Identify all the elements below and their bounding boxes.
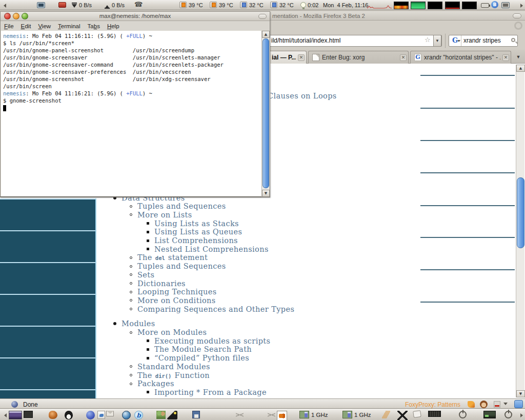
scroll-up-button[interactable]: ▲: [516, 65, 525, 72]
cpufreq-icon-1[interactable]: [299, 411, 309, 418]
toc-item[interactable]: “Compiled” Python files: [147, 354, 249, 363]
panel-hide-arrow-left[interactable]: [1, 1, 6, 9]
url-dropdown-button[interactable]: ▼: [433, 35, 441, 47]
scroll-down-button[interactable]: ▼: [262, 190, 270, 197]
display-applet-icon[interactable]: [37, 2, 45, 8]
toc-item[interactable]: Dictionaries: [130, 279, 186, 288]
tab-close-button[interactable]: ✕: [502, 54, 509, 61]
toc-item[interactable]: Tuples and Sequences: [130, 202, 226, 211]
thermal-icon-1[interactable]: [179, 2, 187, 8]
tab-close-button[interactable]: ✕: [298, 54, 305, 61]
panel-hide-arrow-left[interactable]: [1, 411, 6, 419]
google-engine-icon[interactable]: G: [449, 35, 461, 46]
floppy-mount-icon[interactable]: [192, 411, 200, 418]
keyboard-tray-icon[interactable]: [428, 411, 441, 417]
thermal-icon-2[interactable]: [210, 2, 217, 8]
power-button-icon-2[interactable]: [504, 411, 512, 418]
power-button-icon-1[interactable]: [459, 411, 467, 418]
toc-item[interactable]: Packages: [130, 379, 174, 388]
fox-icon[interactable]: [468, 401, 475, 408]
toc-item[interactable]: Modules: [113, 319, 155, 328]
bluetooth-icon[interactable]: B: [491, 1, 498, 8]
shade-button[interactable]: [513, 13, 521, 18]
toc-item[interactable]: The del statement: [130, 253, 208, 262]
monkey-icon[interactable]: [480, 401, 488, 408]
toc-item[interactable]: More on Modules: [130, 328, 207, 337]
shade-button[interactable]: [258, 14, 267, 19]
mail-launcher-icon[interactable]: [97, 411, 105, 419]
list-all-tabs-button[interactable]: ▼: [514, 52, 523, 62]
browser-globe-icon[interactable]: [122, 411, 131, 419]
chevron-down-icon[interactable]: [503, 403, 508, 407]
bag-icon[interactable]: [413, 410, 421, 418]
screenshot-thumbnail[interactable]: [9, 411, 22, 419]
users-applet-icon[interactable]: [156, 411, 166, 419]
scrollbar-thumb[interactable]: [262, 38, 269, 188]
toc-item[interactable]: Nested List Comprehensions: [147, 245, 269, 253]
image-thumbnail-icon[interactable]: [483, 411, 496, 418]
toc-item[interactable]: Standard Modules: [130, 362, 210, 371]
menu-file[interactable]: File: [1, 22, 17, 29]
panel-show-arrow-right[interactable]: [519, 411, 524, 419]
toc-item[interactable]: More on Lists: [130, 210, 192, 219]
toc-item[interactable]: More on Conditions: [130, 296, 216, 305]
bluefish-launcher-icon[interactable]: b: [134, 411, 143, 419]
terminal-titlebar[interactable]: max@nemesis: /home/max: [1, 12, 270, 21]
toc-item-partial[interactable]: Clauses on Loops: [268, 92, 337, 100]
adblock-icon[interactable]: [494, 401, 500, 408]
foxyproxy-status-label[interactable]: FoxyProxy: Patterns: [405, 401, 460, 408]
tools-icon[interactable]: [397, 411, 408, 420]
inkscape-launcher-icon[interactable]: [167, 411, 177, 419]
tab-1[interactable]: ial — P...✕: [266, 51, 307, 64]
menu-view[interactable]: View: [34, 22, 54, 29]
terminal-output[interactable]: nemesis: Mo Feb 04 11:16:11: (5.9G) ( +F…: [1, 31, 262, 196]
menu-terminal[interactable]: Terminal: [54, 22, 84, 29]
network-tower-icon[interactable]: [236, 411, 244, 419]
envelope-icon[interactable]: [106, 411, 114, 416]
resize-grip[interactable]: [514, 400, 523, 408]
menu-edit[interactable]: Edit: [17, 22, 35, 29]
butterfly-selector-icon[interactable]: [277, 411, 287, 420]
iceweasel-launcher-icon[interactable]: [86, 411, 95, 419]
search-input[interactable]: xrandr stripes: [463, 35, 501, 46]
disk-graph[interactable]: [462, 2, 477, 9]
gimp-launcher-icon[interactable]: [49, 411, 57, 419]
media-player-launcher-icon[interactable]: [65, 411, 73, 419]
toc-item[interactable]: Comparing Sequences and Other Types: [130, 305, 294, 313]
terminal-scrollbar[interactable]: ▲ ▼: [261, 31, 269, 197]
scroll-up-button[interactable]: ▲: [262, 31, 270, 38]
load-graph[interactable]: [445, 2, 460, 9]
scroll-down-button[interactable]: ▼: [516, 390, 525, 397]
swap-graph[interactable]: [428, 2, 442, 9]
scrollbar-thumb[interactable]: [517, 177, 524, 248]
tab-close-button[interactable]: ✕: [400, 54, 407, 61]
thermal-icon-4[interactable]: [270, 2, 277, 8]
toc-item[interactable]: Executing modules as scripts: [147, 336, 270, 345]
toc-item[interactable]: Tuples and Sequences: [130, 262, 226, 271]
toc-item[interactable]: The Module Search Path: [147, 345, 252, 354]
battery-icon[interactable]: [481, 3, 489, 8]
display-settings-icon[interactable]: [501, 2, 510, 8]
memory-graph[interactable]: [411, 2, 426, 9]
firefox-scrollbar[interactable]: ▲ ▼: [516, 65, 524, 397]
tab-3[interactable]: Gxrandr "horizontal stripes" - ...✕: [410, 51, 511, 64]
toc-item[interactable]: Importing * From a Package: [147, 388, 267, 396]
tripod-icon[interactable]: [268, 411, 275, 419]
url-input[interactable]: ild/html/tutorial/index.html: [266, 35, 442, 47]
toc-item[interactable]: Looping Techniques: [130, 288, 217, 296]
timer-bulb-icon[interactable]: [300, 2, 306, 8]
toc-item[interactable]: Using Lists as Queues: [147, 228, 242, 236]
broom-icon[interactable]: [382, 411, 390, 418]
panel-show-arrow-right[interactable]: [519, 1, 524, 9]
search-icon[interactable]: [511, 38, 515, 42]
menu-help[interactable]: Help: [104, 22, 123, 29]
toc-item[interactable]: Sets: [130, 270, 154, 279]
bookmark-star-icon[interactable]: ☆: [425, 36, 431, 44]
toc-item[interactable]: The dir() Function: [130, 371, 210, 379]
toc-item[interactable]: Using Lists as Stacks: [147, 219, 239, 228]
terminal-window-thumbnail[interactable]: [24, 411, 33, 418]
phone-icon[interactable]: ☎: [134, 1, 143, 9]
toc-item[interactable]: List Comprehensions: [147, 236, 238, 245]
clock-label[interactable]: Mon 4 Feb, 11:16: [323, 2, 368, 9]
tab-2[interactable]: Enter Bug: xorg✕: [308, 51, 409, 64]
